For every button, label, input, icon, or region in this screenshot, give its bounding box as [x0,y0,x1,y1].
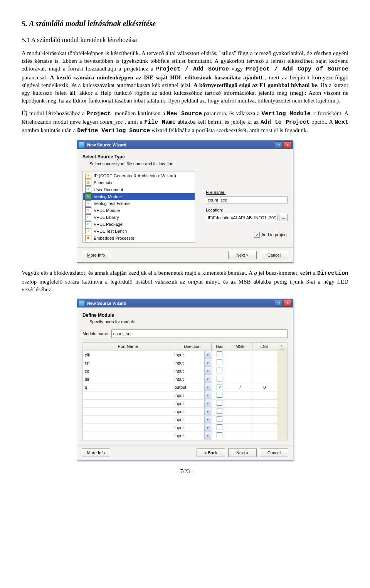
msb-cell[interactable] [228,408,252,416]
src-item-vhdl-module[interactable]: VVHDL Module [83,207,195,214]
col-port[interactable]: Port Name [83,343,173,351]
port-name-input[interactable] [83,376,176,382]
chevron-down-icon[interactable]: ▾ [204,367,211,375]
port-name-input[interactable] [83,433,176,439]
direction-select[interactable]: output [173,383,205,391]
scroll-up-icon[interactable]: ▴ [279,344,285,349]
src-item-verilog-module[interactable]: VVerilog Module [83,193,195,200]
bus-checkbox[interactable] [217,376,222,381]
bus-checkbox[interactable] [217,368,222,373]
chevron-down-icon[interactable]: ▾ [204,391,211,399]
msb-cell[interactable] [228,351,252,359]
bus-checkbox[interactable] [217,408,222,414]
next-button[interactable]: Next > [228,251,257,259]
msb-cell[interactable] [228,432,252,440]
direction-select[interactable]: input [173,367,205,375]
module-name-input[interactable] [111,329,288,338]
port-name-input[interactable] [83,384,176,390]
lsb-cell[interactable] [252,351,277,359]
port-name-input[interactable] [83,360,176,366]
back-button[interactable]: < Back [197,449,225,457]
bus-checkbox[interactable] [217,416,222,422]
src-item-verilog-tf[interactable]: VVerilog Test Fixture [83,200,195,207]
maximize-button[interactable]: □ [275,300,283,307]
bus-checkbox[interactable] [217,360,222,365]
bus-checkbox[interactable] [217,400,222,406]
close-button[interactable]: × [284,141,291,148]
msb-cell[interactable] [228,359,252,367]
msb-cell[interactable] [228,424,252,432]
location-input[interactable] [206,214,278,221]
lsb-cell[interactable] [252,408,277,416]
lsb-cell[interactable] [252,375,277,383]
chevron-down-icon[interactable]: ▾ [204,359,211,367]
chevron-down-icon[interactable]: ▾ [204,383,211,391]
lsb-cell[interactable]: 0 [252,383,277,391]
direction-select[interactable]: input [173,424,205,432]
bus-checkbox[interactable] [217,432,222,438]
more-info-button[interactable]: More Info [82,449,110,457]
col-lsb[interactable]: LSB [252,343,277,351]
src-item-schematic[interactable]: ▦Schematic [83,179,195,186]
direction-select[interactable]: input [173,400,205,407]
msb-cell[interactable] [228,400,252,408]
lsb-cell[interactable] [252,367,277,375]
direction-select[interactable]: input [173,375,205,383]
chevron-down-icon[interactable]: ▾ [204,416,211,423]
src-item-user-doc[interactable]: ≡User Document [83,186,195,193]
msb-cell[interactable]: 7 [228,383,252,391]
msb-cell[interactable] [228,391,252,400]
direction-select[interactable]: input [173,351,205,359]
port-name-input[interactable] [83,417,176,423]
src-item-vhdl-tb[interactable]: TVHDL Test Bench [83,228,195,235]
next-button[interactable]: Next > [228,449,257,457]
chevron-down-icon[interactable]: ▾ [204,351,211,359]
lsb-cell[interactable] [252,359,277,367]
direction-select[interactable]: input [173,408,205,415]
maximize-button[interactable]: □ [275,141,283,148]
source-type-list[interactable]: ◈IP (CORE Generator & Architecture Wizar… [82,171,195,243]
bus-checkbox[interactable]: ✓ [217,385,222,390]
bus-checkbox[interactable] [217,351,222,357]
lsb-cell[interactable] [252,416,277,424]
lsb-cell[interactable] [252,424,277,432]
chevron-down-icon[interactable]: ▾ [204,424,211,432]
port-name-input[interactable] [83,408,176,415]
add-to-project-checkbox[interactable]: ✓ [254,232,260,238]
browse-button[interactable]: ... [279,214,288,221]
src-item-vhdl-package[interactable]: PVHDL Package [83,221,195,228]
port-name-input[interactable] [83,368,176,374]
chevron-down-icon[interactable]: ▾ [204,408,211,415]
titlebar[interactable]: New Source Wizard □ × [77,141,293,149]
more-info-button[interactable]: More Info [82,251,110,259]
src-item-vhdl-library[interactable]: LVHDL Library [83,214,195,221]
chevron-down-icon[interactable]: ▾ [204,375,211,383]
lsb-cell[interactable] [252,432,277,440]
direction-select[interactable]: input [173,359,205,367]
lsb-cell[interactable] [252,400,277,408]
cancel-button[interactable]: Cancel [260,449,288,457]
msb-cell[interactable] [228,416,252,424]
port-name-input[interactable] [83,352,176,358]
src-item-ip[interactable]: ◈IP (CORE Generator & Architecture Wizar… [83,172,195,179]
direction-select[interactable]: input [173,416,205,423]
close-button[interactable]: × [284,300,291,307]
cancel-button[interactable]: Cancel [260,251,288,259]
msb-cell[interactable] [228,367,252,375]
port-name-input[interactable] [83,425,176,431]
bus-checkbox[interactable] [217,424,222,430]
msb-cell[interactable] [228,375,252,383]
col-direction[interactable]: Direction [173,343,212,351]
col-bus[interactable]: Bus [212,343,228,351]
chevron-down-icon[interactable]: ▾ [204,400,211,407]
file-name-input[interactable] [206,196,288,203]
col-msb[interactable]: MSB [228,343,252,351]
bus-checkbox[interactable] [217,392,222,398]
port-name-input[interactable] [83,400,176,407]
titlebar[interactable]: New Source Wizard □ × [77,299,293,307]
scrollbar-track[interactable] [277,351,287,440]
port-name-input[interactable] [83,392,176,398]
lsb-cell[interactable] [252,391,277,400]
chevron-down-icon[interactable]: ▾ [204,432,211,440]
direction-select[interactable]: input [173,391,205,399]
